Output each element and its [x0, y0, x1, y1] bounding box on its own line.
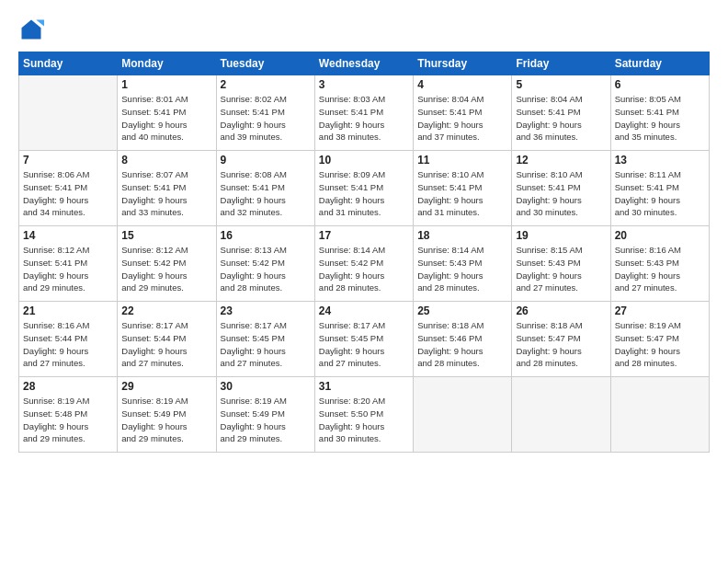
- calendar-cell: [512, 377, 610, 453]
- calendar-cell: 22Sunrise: 8:17 AM Sunset: 5:44 PM Dayli…: [118, 302, 216, 377]
- calendar-cell: 25Sunrise: 8:18 AM Sunset: 5:46 PM Dayli…: [414, 302, 512, 377]
- calendar-cell: 23Sunrise: 8:17 AM Sunset: 5:45 PM Dayli…: [216, 302, 314, 377]
- calendar-cell: 10Sunrise: 8:09 AM Sunset: 5:41 PM Dayli…: [314, 151, 413, 226]
- day-number: 24: [319, 304, 409, 317]
- weekday-wednesday: Wednesday: [314, 52, 413, 75]
- day-number: 21: [23, 304, 113, 317]
- week-row-2: 7Sunrise: 8:06 AM Sunset: 5:41 PM Daylig…: [19, 151, 710, 226]
- week-row-4: 21Sunrise: 8:16 AM Sunset: 5:44 PM Dayli…: [19, 302, 710, 377]
- day-number: 16: [221, 229, 311, 242]
- svg-marker-0: [22, 20, 41, 40]
- day-number: 14: [23, 229, 113, 242]
- day-number: 30: [221, 380, 311, 393]
- day-info: Sunrise: 8:15 AM Sunset: 5:43 PM Dayligh…: [516, 244, 606, 294]
- calendar-cell: 4Sunrise: 8:04 AM Sunset: 5:41 PM Daylig…: [414, 75, 512, 151]
- day-info: Sunrise: 8:18 AM Sunset: 5:47 PM Dayligh…: [516, 319, 606, 370]
- day-info: Sunrise: 8:05 AM Sunset: 5:41 PM Dayligh…: [615, 93, 705, 144]
- logo-icon: [18, 17, 44, 42]
- calendar-cell: 2Sunrise: 8:02 AM Sunset: 5:41 PM Daylig…: [216, 75, 314, 151]
- day-info: Sunrise: 8:19 AM Sunset: 5:47 PM Dayligh…: [615, 319, 705, 370]
- day-info: Sunrise: 8:08 AM Sunset: 5:41 PM Dayligh…: [221, 168, 311, 219]
- calendar-cell: 7Sunrise: 8:06 AM Sunset: 5:41 PM Daylig…: [19, 151, 118, 226]
- calendar-table: SundayMondayTuesdayWednesdayThursdayFrid…: [18, 52, 710, 453]
- day-info: Sunrise: 8:01 AM Sunset: 5:41 PM Dayligh…: [121, 93, 211, 144]
- calendar-cell: 26Sunrise: 8:18 AM Sunset: 5:47 PM Dayli…: [512, 302, 610, 377]
- weekday-monday: Monday: [118, 52, 216, 75]
- day-number: 11: [417, 154, 507, 167]
- day-number: 28: [23, 380, 113, 393]
- day-info: Sunrise: 8:16 AM Sunset: 5:44 PM Dayligh…: [23, 319, 113, 370]
- calendar-cell: 13Sunrise: 8:11 AM Sunset: 5:41 PM Dayli…: [610, 151, 709, 226]
- calendar-cell: 29Sunrise: 8:19 AM Sunset: 5:49 PM Dayli…: [118, 377, 216, 453]
- day-info: Sunrise: 8:13 AM Sunset: 5:42 PM Dayligh…: [221, 244, 311, 294]
- calendar-cell: 17Sunrise: 8:14 AM Sunset: 5:42 PM Dayli…: [314, 226, 413, 302]
- calendar-cell: 14Sunrise: 8:12 AM Sunset: 5:41 PM Dayli…: [19, 226, 118, 302]
- calendar-cell: [610, 377, 709, 453]
- day-info: Sunrise: 8:10 AM Sunset: 5:41 PM Dayligh…: [417, 168, 507, 219]
- calendar-cell: 27Sunrise: 8:19 AM Sunset: 5:47 PM Dayli…: [610, 302, 709, 377]
- day-number: 26: [516, 304, 606, 317]
- day-info: Sunrise: 8:04 AM Sunset: 5:41 PM Dayligh…: [516, 93, 606, 144]
- day-info: Sunrise: 8:16 AM Sunset: 5:43 PM Dayligh…: [615, 244, 705, 294]
- calendar-cell: [414, 377, 512, 453]
- day-number: 25: [417, 304, 507, 317]
- weekday-thursday: Thursday: [414, 52, 512, 75]
- week-row-3: 14Sunrise: 8:12 AM Sunset: 5:41 PM Dayli…: [19, 226, 710, 302]
- calendar-cell: 30Sunrise: 8:19 AM Sunset: 5:49 PM Dayli…: [216, 377, 314, 453]
- weekday-header-row: SundayMondayTuesdayWednesdayThursdayFrid…: [19, 52, 710, 75]
- day-number: 19: [516, 229, 606, 242]
- day-number: 2: [221, 78, 311, 91]
- day-info: Sunrise: 8:19 AM Sunset: 5:48 PM Dayligh…: [23, 395, 113, 445]
- day-number: 18: [417, 229, 507, 242]
- day-number: 7: [23, 154, 113, 167]
- page: SundayMondayTuesdayWednesdayThursdayFrid…: [0, 0, 728, 563]
- day-number: 29: [121, 380, 211, 393]
- day-info: Sunrise: 8:02 AM Sunset: 5:41 PM Dayligh…: [221, 93, 311, 144]
- day-info: Sunrise: 8:18 AM Sunset: 5:46 PM Dayligh…: [417, 319, 507, 370]
- day-number: 10: [319, 154, 409, 167]
- calendar-cell: 11Sunrise: 8:10 AM Sunset: 5:41 PM Dayli…: [414, 151, 512, 226]
- day-number: 15: [121, 229, 211, 242]
- day-number: 17: [319, 229, 409, 242]
- day-number: 4: [417, 78, 507, 91]
- calendar-cell: 19Sunrise: 8:15 AM Sunset: 5:43 PM Dayli…: [512, 226, 610, 302]
- day-number: 20: [615, 229, 705, 242]
- day-info: Sunrise: 8:17 AM Sunset: 5:45 PM Dayligh…: [319, 319, 409, 370]
- calendar-cell: 24Sunrise: 8:17 AM Sunset: 5:45 PM Dayli…: [314, 302, 413, 377]
- day-info: Sunrise: 8:09 AM Sunset: 5:41 PM Dayligh…: [319, 168, 409, 219]
- week-row-5: 28Sunrise: 8:19 AM Sunset: 5:48 PM Dayli…: [19, 377, 710, 453]
- calendar-cell: [19, 75, 118, 151]
- day-number: 3: [319, 78, 409, 91]
- calendar-cell: 12Sunrise: 8:10 AM Sunset: 5:41 PM Dayli…: [512, 151, 610, 226]
- weekday-saturday: Saturday: [610, 52, 709, 75]
- calendar-cell: 20Sunrise: 8:16 AM Sunset: 5:43 PM Dayli…: [610, 226, 709, 302]
- day-info: Sunrise: 8:04 AM Sunset: 5:41 PM Dayligh…: [417, 93, 507, 144]
- day-number: 5: [516, 78, 606, 91]
- day-number: 27: [615, 304, 705, 317]
- day-number: 1: [121, 78, 211, 91]
- calendar-cell: 6Sunrise: 8:05 AM Sunset: 5:41 PM Daylig…: [610, 75, 709, 151]
- calendar-cell: 28Sunrise: 8:19 AM Sunset: 5:48 PM Dayli…: [19, 377, 118, 453]
- day-info: Sunrise: 8:12 AM Sunset: 5:42 PM Dayligh…: [121, 244, 211, 294]
- calendar-cell: 21Sunrise: 8:16 AM Sunset: 5:44 PM Dayli…: [19, 302, 118, 377]
- logo: [18, 17, 48, 42]
- day-info: Sunrise: 8:14 AM Sunset: 5:42 PM Dayligh…: [319, 244, 409, 294]
- day-info: Sunrise: 8:07 AM Sunset: 5:41 PM Dayligh…: [121, 168, 211, 219]
- day-info: Sunrise: 8:17 AM Sunset: 5:44 PM Dayligh…: [121, 319, 211, 370]
- day-info: Sunrise: 8:03 AM Sunset: 5:41 PM Dayligh…: [319, 93, 409, 144]
- day-number: 8: [121, 154, 211, 167]
- day-number: 31: [319, 380, 409, 393]
- day-info: Sunrise: 8:10 AM Sunset: 5:41 PM Dayligh…: [516, 168, 606, 219]
- calendar-cell: 15Sunrise: 8:12 AM Sunset: 5:42 PM Dayli…: [118, 226, 216, 302]
- day-number: 9: [221, 154, 311, 167]
- day-number: 12: [516, 154, 606, 167]
- day-info: Sunrise: 8:06 AM Sunset: 5:41 PM Dayligh…: [23, 168, 113, 219]
- weekday-friday: Friday: [512, 52, 610, 75]
- day-info: Sunrise: 8:14 AM Sunset: 5:43 PM Dayligh…: [417, 244, 507, 294]
- day-info: Sunrise: 8:20 AM Sunset: 5:50 PM Dayligh…: [319, 395, 409, 445]
- day-number: 22: [121, 304, 211, 317]
- calendar-cell: 3Sunrise: 8:03 AM Sunset: 5:41 PM Daylig…: [314, 75, 413, 151]
- calendar-cell: 18Sunrise: 8:14 AM Sunset: 5:43 PM Dayli…: [414, 226, 512, 302]
- day-info: Sunrise: 8:19 AM Sunset: 5:49 PM Dayligh…: [121, 395, 211, 445]
- day-info: Sunrise: 8:12 AM Sunset: 5:41 PM Dayligh…: [23, 244, 113, 294]
